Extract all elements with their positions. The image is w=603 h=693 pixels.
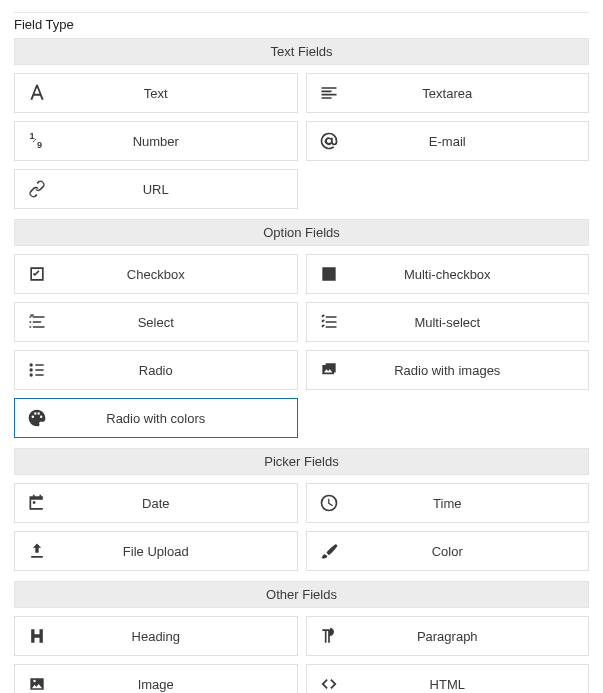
field-type-color[interactable]: Color [306,531,590,571]
field-type-radio-colors[interactable]: Radio with colors [14,398,298,438]
field-type-label: Textarea [351,86,589,101]
at-icon [307,131,351,151]
field-type-image[interactable]: Image [14,664,298,693]
section-grid-text: TextTextareaNumberE-mailURL [14,73,589,209]
field-type-email[interactable]: E-mail [306,121,590,161]
paragraph-icon [307,626,351,646]
field-type-label: Multi-select [351,315,589,330]
field-type-label: Heading [59,629,297,644]
page-label: Field Type [14,17,589,32]
calendar-icon [15,493,59,513]
image-icon [15,674,59,693]
checkbox-filled-icon [307,264,351,284]
field-type-upload[interactable]: File Upload [14,531,298,571]
field-type-label: Radio with images [351,363,589,378]
field-type-multi-checkbox[interactable]: Multi-checkbox [306,254,590,294]
section-header-text: Text Fields [14,38,589,65]
palette-icon [15,408,59,428]
upload-icon [15,541,59,561]
brush-icon [307,541,351,561]
field-type-label: Time [351,496,589,511]
field-type-label: Select [59,315,297,330]
field-type-label: Number [59,134,297,149]
field-type-label: File Upload [59,544,297,559]
multiselect-icon [307,312,351,332]
field-type-date[interactable]: Date [14,483,298,523]
heading-icon [15,626,59,646]
field-type-paragraph[interactable]: Paragraph [306,616,590,656]
section-grid-option: CheckboxMulti-checkboxSelectMulti-select… [14,254,589,438]
field-type-radio[interactable]: Radio [14,350,298,390]
field-type-number[interactable]: Number [14,121,298,161]
field-type-label: Radio [59,363,297,378]
field-type-select[interactable]: Select [14,302,298,342]
field-type-heading[interactable]: Heading [14,616,298,656]
image-group-icon [307,360,351,380]
field-type-radio-images[interactable]: Radio with images [306,350,590,390]
field-type-label: Image [59,677,297,692]
field-type-textarea[interactable]: Textarea [306,73,590,113]
field-type-label: Multi-checkbox [351,267,589,282]
clock-icon [307,493,351,513]
link-icon [15,179,59,199]
field-type-label: Paragraph [351,629,589,644]
field-type-text[interactable]: Text [14,73,298,113]
font-icon [15,83,59,103]
section-grid-picker: DateTimeFile UploadColor [14,483,589,571]
checkbox-icon [15,264,59,284]
field-type-label: Checkbox [59,267,297,282]
field-type-label: Color [351,544,589,559]
select-icon [15,312,59,332]
field-type-label: URL [59,182,297,197]
field-type-html[interactable]: HTML [306,664,590,693]
field-type-url[interactable]: URL [14,169,298,209]
section-header-picker: Picker Fields [14,448,589,475]
number-icon [15,131,59,151]
section-header-option: Option Fields [14,219,589,246]
field-type-label: HTML [351,677,589,692]
field-type-label: Radio with colors [59,411,297,426]
align-left-icon [307,83,351,103]
section-header-other: Other Fields [14,581,589,608]
field-type-multi-select[interactable]: Multi-select [306,302,590,342]
section-grid-other: HeadingParagraphImageHTML [14,616,589,693]
radiolist-icon [15,360,59,380]
field-type-label: Date [59,496,297,511]
field-type-checkbox[interactable]: Checkbox [14,254,298,294]
field-type-label: E-mail [351,134,589,149]
code-icon [307,674,351,693]
field-type-time[interactable]: Time [306,483,590,523]
field-type-label: Text [59,86,297,101]
